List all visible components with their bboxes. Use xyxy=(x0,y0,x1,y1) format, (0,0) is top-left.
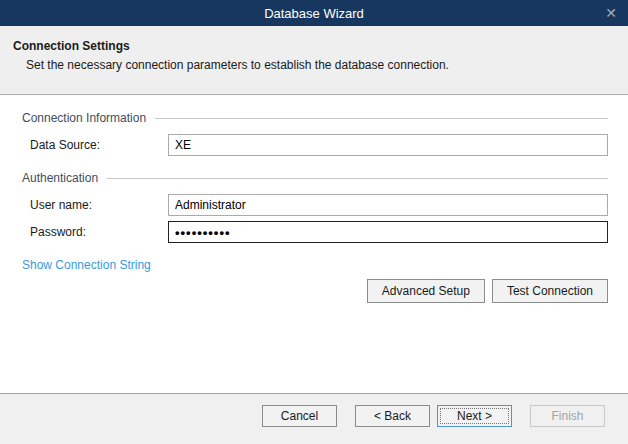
finish-button: Finish xyxy=(530,405,605,427)
title-bar: Database Wizard ✕ xyxy=(0,0,628,26)
page-title: Connection Settings xyxy=(13,39,615,53)
close-icon[interactable]: ✕ xyxy=(594,0,628,26)
database-wizard-window: Database Wizard ✕ Connection Settings Se… xyxy=(0,0,628,444)
group-authentication-label: Authentication xyxy=(22,171,98,185)
wizard-body: Connection Information Data Source: Auth… xyxy=(0,95,628,303)
password-input[interactable] xyxy=(168,221,608,243)
group-connection-information: Connection Information xyxy=(22,111,608,125)
user-name-label: User name: xyxy=(20,198,168,212)
data-source-row: Data Source: xyxy=(20,134,608,156)
page-subtitle: Set the necessary connection parameters … xyxy=(26,58,615,72)
back-button[interactable]: < Back xyxy=(355,405,430,427)
action-button-row: Advanced Setup Test Connection xyxy=(20,279,608,303)
group-authentication: Authentication xyxy=(22,171,608,185)
window-title: Database Wizard xyxy=(264,6,364,21)
user-name-input[interactable] xyxy=(168,194,608,216)
cancel-button[interactable]: Cancel xyxy=(262,405,337,427)
spacer xyxy=(20,161,608,171)
data-source-input[interactable] xyxy=(168,134,608,156)
data-source-label: Data Source: xyxy=(20,138,168,152)
wizard-step-header: Connection Settings Set the necessary co… xyxy=(0,26,628,95)
password-label: Password: xyxy=(20,225,168,239)
user-name-row: User name: xyxy=(20,194,608,216)
group-divider-line xyxy=(107,178,608,179)
test-connection-button[interactable]: Test Connection xyxy=(492,279,608,303)
show-connection-string-link[interactable]: Show Connection String xyxy=(22,258,151,272)
next-button[interactable]: Next > xyxy=(437,405,512,427)
group-connection-information-label: Connection Information xyxy=(22,111,146,125)
group-divider-line xyxy=(155,118,608,119)
password-row: Password: xyxy=(20,221,608,243)
advanced-setup-button[interactable]: Advanced Setup xyxy=(367,279,485,303)
wizard-footer: Cancel < Back Next > Finish xyxy=(0,393,628,444)
